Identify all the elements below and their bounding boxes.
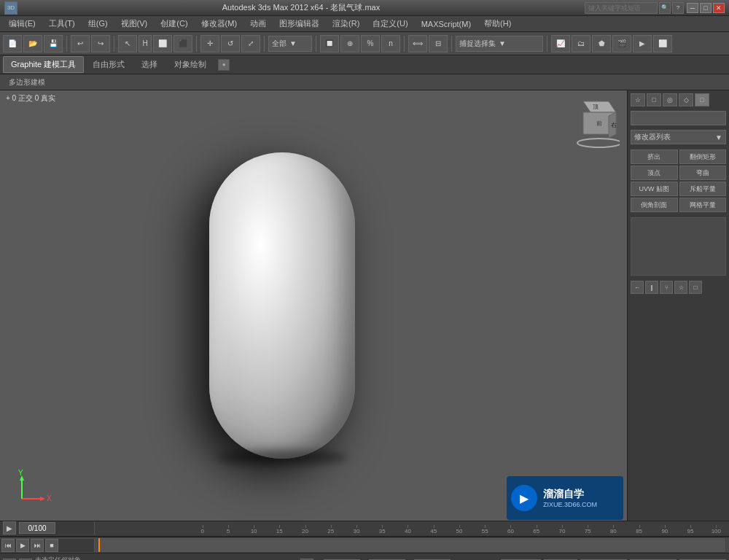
open-btn[interactable]: 📂 xyxy=(23,35,42,52)
timeline-play-btn[interactable]: ▶ xyxy=(3,521,16,534)
mark-75: 75 xyxy=(575,528,601,534)
tab-selection[interactable]: 选择 xyxy=(133,56,165,73)
menu-customize[interactable]: 自定义(U) xyxy=(367,17,413,31)
app-icon[interactable]: 3D xyxy=(4,1,17,15)
watermark-sub: ZIXUE.3D66.COM xyxy=(543,501,597,508)
rp-btn-meshsmooth[interactable]: 网格平量 xyxy=(679,198,727,212)
rp-bottom-icons: ← ‖ ⑂ ☆ □ xyxy=(631,281,726,294)
prev-frame-btn[interactable]: ⏮ xyxy=(1,539,15,552)
help-btn[interactable]: ? xyxy=(672,2,684,14)
select-btn[interactable]: ↖ xyxy=(118,35,137,52)
rp-expand-btn[interactable]: □ xyxy=(689,281,702,294)
timeline-playhead xyxy=(98,538,100,552)
rp-search-input[interactable] xyxy=(631,111,726,125)
percent-snap-btn[interactable]: % xyxy=(361,35,380,52)
search-input[interactable] xyxy=(585,2,658,14)
watermark-text: 溜溜自学 ZIXUE.3D66.COM xyxy=(543,488,597,508)
tab-objectpaint[interactable]: 对象绘制 xyxy=(166,56,214,73)
next-frame-btn[interactable]: ⏭ xyxy=(31,539,44,552)
watermark-main: 溜溜自学 xyxy=(543,488,597,501)
new-btn[interactable]: 📄 xyxy=(3,35,22,52)
sep5 xyxy=(316,36,316,52)
mark-100: 100 xyxy=(703,528,729,534)
modifier-arrow: ▼ xyxy=(715,133,722,141)
rp-pin-btn[interactable]: ← xyxy=(631,281,644,294)
mark-95: 95 xyxy=(677,528,703,534)
select-region-btn[interactable]: ⬜ xyxy=(153,35,172,52)
menu-tools[interactable]: 工具(T) xyxy=(43,17,81,31)
svg-text:右: 右 xyxy=(611,122,617,128)
menu-group[interactable]: 组(G) xyxy=(82,17,114,31)
menu-view[interactable]: 视图(V) xyxy=(115,17,154,31)
mat-editor-btn[interactable]: ⬟ xyxy=(592,35,611,52)
search-btn[interactable]: 🔍 xyxy=(659,2,671,14)
close-btn[interactable]: ✕ xyxy=(713,3,725,13)
render-frame-btn[interactable]: ⬜ xyxy=(653,35,672,52)
menu-bar: 编辑(E) 工具(T) 组(G) 视图(V) 创建(C) 修改器(M) 动画 图… xyxy=(0,16,729,32)
viewport[interactable]: + 0 正交 0 真实 X Y 顶 前 xyxy=(0,90,627,521)
3d-object-container xyxy=(209,152,355,459)
frame-counter[interactable]: 0 / 100 xyxy=(19,522,55,534)
undo-btn[interactable]: ↩ xyxy=(71,35,90,52)
window-controls[interactable]: ─ □ ✕ xyxy=(687,3,725,13)
rp-btn-vertex[interactable]: 顶点 xyxy=(631,166,678,180)
rp-icon-box[interactable]: □ xyxy=(647,93,661,106)
menu-graph-editor[interactable]: 图形编辑器 xyxy=(273,17,325,31)
menu-modifiers[interactable]: 修改器(M) xyxy=(195,17,243,31)
menu-animation[interactable]: 动画 xyxy=(244,17,272,31)
tab-freeform-label: 自由形式 xyxy=(93,60,125,69)
menu-help[interactable]: 帮助(H) xyxy=(478,17,517,31)
modifier-label: 修改器列表 xyxy=(634,132,671,142)
schematic-btn[interactable]: 🗂 xyxy=(572,35,590,52)
tab-freeform[interactable]: 自由形式 xyxy=(85,56,133,73)
menu-maxscript[interactable]: MAXScript(M) xyxy=(416,18,477,30)
scale-btn[interactable]: ⤢ xyxy=(241,35,260,52)
curve-editor-btn[interactable]: 📈 xyxy=(551,35,570,52)
render-btn[interactable]: ▶ xyxy=(633,35,652,52)
watermark-icon: ▶ xyxy=(511,485,537,511)
play-btn[interactable]: ▶ xyxy=(16,539,29,552)
rp-btn-taper[interactable]: 翻倒矩形 xyxy=(679,149,727,164)
view-cube[interactable]: 顶 前 右 xyxy=(569,98,620,149)
minimize-btn[interactable]: ─ xyxy=(687,3,698,13)
modifier-dropdown[interactable]: 修改器列表 ▼ xyxy=(631,130,726,144)
angle-snap-btn[interactable]: ⊕ xyxy=(340,35,359,52)
rp-btn-extrude[interactable]: 挤出 xyxy=(631,149,678,164)
layer-dropdown[interactable]: 捕捉选择集 ▼ xyxy=(456,36,543,52)
spinner-snap-btn[interactable]: n xyxy=(381,35,400,52)
subtab-polygon[interactable]: 多边形建模 xyxy=(3,76,51,89)
rp-btn-uvw[interactable]: UVW 贴图 xyxy=(631,182,678,196)
menu-render[interactable]: 渲染(R) xyxy=(327,17,365,31)
timeline-track[interactable] xyxy=(98,537,726,553)
mirror-btn[interactable]: ⟺ xyxy=(408,35,427,52)
snap-btn[interactable]: 🔲 xyxy=(320,35,339,52)
search-area[interactable]: 🔍 ? xyxy=(585,2,684,14)
redo-btn[interactable]: ↪ xyxy=(91,35,110,52)
rp-button-grid: 挤出 翻倒矩形 顶点 弯曲 UVW 贴图 斥船平量 倒角剖面 网格平量 xyxy=(631,149,726,212)
stop-btn[interactable]: ■ xyxy=(45,539,58,552)
align-btn[interactable]: ⊟ xyxy=(429,35,448,52)
rp-icon-env[interactable]: □ xyxy=(695,93,709,106)
view-dropdown[interactable]: 全部 ▼ xyxy=(268,36,312,52)
tab-graphite[interactable]: Graphite 建模工具 xyxy=(3,56,84,73)
rp-pause-btn[interactable]: ‖ xyxy=(645,281,658,294)
save-btn[interactable]: 💾 xyxy=(44,35,63,52)
rp-icon-circle[interactable]: ◎ xyxy=(663,93,677,106)
capsule-mesh xyxy=(209,152,355,459)
rp-fav-btn[interactable]: ☆ xyxy=(674,281,687,294)
rp-branch-btn[interactable]: ⑂ xyxy=(660,281,673,294)
rp-btn-bend[interactable]: 弯曲 xyxy=(679,166,727,180)
rp-btn-pushpull[interactable]: 斥船平量 xyxy=(679,182,727,196)
ribbon-options-btn[interactable]: ● xyxy=(218,59,230,71)
select-name-btn[interactable]: H xyxy=(139,35,152,52)
rp-btn-bevel[interactable]: 倒角剖面 xyxy=(631,198,678,212)
rp-icon-render[interactable]: ◇ xyxy=(679,93,693,106)
move-btn[interactable]: ✛ xyxy=(200,35,219,52)
menu-edit[interactable]: 编辑(E) xyxy=(3,17,42,31)
menu-create[interactable]: 创建(C) xyxy=(155,17,193,31)
rp-icon-star[interactable]: ☆ xyxy=(631,93,645,106)
render-setup-btn[interactable]: 🎬 xyxy=(612,35,631,52)
rotate-btn[interactable]: ↺ xyxy=(221,35,240,52)
select-window-btn[interactable]: ⬛ xyxy=(174,35,192,52)
maximize-btn[interactable]: □ xyxy=(700,3,712,13)
